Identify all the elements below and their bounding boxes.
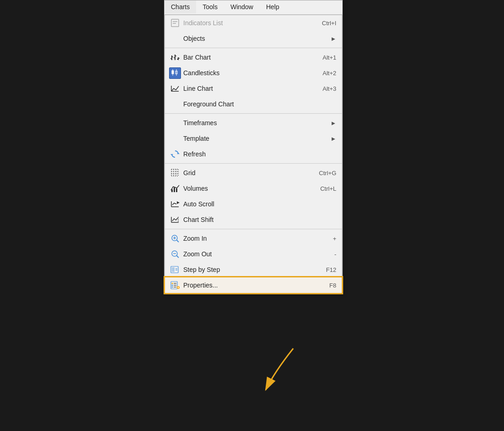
menu-charts[interactable]: Charts [164, 0, 196, 14]
menu-item-grid[interactable]: Grid Ctrl+G [165, 165, 342, 181]
svg-rect-13 [172, 71, 174, 74]
divider-2 [165, 113, 342, 114]
menu-item-step-by-step[interactable]: Step by Step F12 [165, 262, 342, 277]
svg-marker-19 [170, 154, 173, 155]
menu-item-indicators-list[interactable]: Indicators List Ctrl+I [165, 15, 342, 31]
volumes-label: Volumes [181, 185, 311, 192]
properties-shortcut: F8 [329, 282, 336, 289]
divider-4 [165, 229, 342, 229]
menu-item-line-chart[interactable]: Line Chart Alt+3 [165, 81, 342, 96]
objects-icon [169, 33, 181, 44]
bar-chart-shortcut: Alt+1 [323, 54, 336, 61]
svg-line-42 [177, 256, 179, 258]
menu-tools[interactable]: Tools [196, 0, 224, 14]
objects-label: Objects [181, 35, 326, 42]
zoom-in-shortcut: + [333, 235, 336, 242]
properties-label: Properties... [181, 282, 320, 289]
indicators-list-label: Indicators List [181, 19, 313, 27]
svg-marker-18 [177, 153, 180, 154]
indicators-list-icon [169, 17, 181, 28]
divider-3 [165, 163, 342, 164]
svg-rect-29 [174, 188, 175, 192]
menu-bar: Charts Tools Window Help [164, 0, 342, 15]
volumes-shortcut: Ctrl+L [320, 185, 336, 192]
refresh-label: Refresh [181, 150, 336, 158]
timeframes-arrow: ► [330, 120, 336, 127]
menu-window[interactable]: Window [224, 0, 260, 14]
step-by-step-icon [169, 264, 181, 275]
line-chart-shortcut: Alt+3 [323, 85, 336, 92]
menu-item-template[interactable]: Template ► [165, 131, 342, 146]
charts-dropdown: Indicators List Ctrl+I Objects ► [164, 15, 342, 293]
svg-rect-0 [171, 19, 179, 27]
zoom-out-shortcut: - [334, 251, 336, 258]
menu-container: Charts Tools Window Help Indicators List… [164, 0, 343, 294]
grid-label: Grid [181, 169, 310, 177]
arrow-annotation [238, 344, 312, 399]
refresh-icon [169, 149, 181, 160]
menu-item-auto-scroll[interactable]: Auto Scroll [165, 196, 342, 212]
template-arrow: ► [330, 135, 336, 142]
candlesticks-icon [169, 67, 181, 78]
zoom-out-label: Zoom Out [181, 250, 325, 258]
bar-chart-icon [169, 52, 181, 63]
objects-arrow: ► [330, 35, 336, 42]
timeframes-label: Timeframes [181, 119, 326, 127]
menu-item-volumes[interactable]: Volumes Ctrl+L [165, 181, 342, 196]
menu-item-bar-chart[interactable]: Bar Chart Alt+1 [165, 50, 342, 65]
menu-item-objects[interactable]: Objects ► [165, 31, 342, 46]
svg-point-51 [172, 285, 173, 286]
menu-item-refresh[interactable]: Refresh [165, 146, 342, 162]
svg-marker-33 [177, 201, 180, 204]
indicators-list-shortcut: Ctrl+I [322, 20, 336, 27]
menu-item-properties[interactable]: Properties... F8 [165, 277, 342, 293]
menu-item-candlesticks[interactable]: Candlesticks Alt+2 [165, 65, 342, 81]
bar-chart-label: Bar Chart [181, 54, 313, 61]
candlesticks-shortcut: Alt+2 [323, 70, 336, 77]
svg-line-38 [177, 240, 179, 243]
step-by-step-label: Step by Step [181, 266, 317, 273]
auto-scroll-icon [169, 199, 181, 210]
line-chart-label: Line Chart [181, 85, 313, 92]
volumes-icon [169, 183, 181, 194]
zoom-out-icon [169, 249, 181, 260]
menu-item-foreground-chart[interactable]: Foreground Chart [165, 96, 342, 112]
menu-item-zoom-out[interactable]: Zoom Out - [165, 246, 342, 262]
svg-point-49 [172, 283, 173, 284]
grid-icon [169, 167, 181, 178]
chart-shift-label: Chart Shift [181, 216, 336, 223]
line-chart-icon [169, 83, 181, 94]
template-icon [169, 133, 181, 144]
properties-icon [169, 280, 181, 291]
svg-point-53 [172, 287, 173, 288]
foreground-chart-label: Foreground Chart [181, 100, 336, 108]
menu-item-timeframes[interactable]: Timeframes ► [165, 115, 342, 131]
step-by-step-shortcut: F12 [326, 266, 336, 273]
menu-item-zoom-in[interactable]: Zoom In + [165, 231, 342, 246]
grid-shortcut: Ctrl+G [319, 170, 336, 177]
zoom-in-label: Zoom In [181, 235, 323, 242]
menu-item-chart-shift[interactable]: Chart Shift [165, 212, 342, 227]
foreground-chart-icon [169, 99, 181, 110]
zoom-in-icon [169, 233, 181, 244]
svg-rect-45 [172, 267, 175, 272]
chart-shift-icon [169, 214, 181, 225]
svg-rect-30 [176, 188, 177, 192]
auto-scroll-label: Auto Scroll [181, 200, 336, 208]
menu-help[interactable]: Help [260, 0, 286, 14]
candlesticks-label: Candlesticks [181, 69, 313, 77]
timeframes-icon [169, 117, 181, 128]
template-label: Template [181, 135, 326, 142]
divider-1 [165, 48, 342, 48]
